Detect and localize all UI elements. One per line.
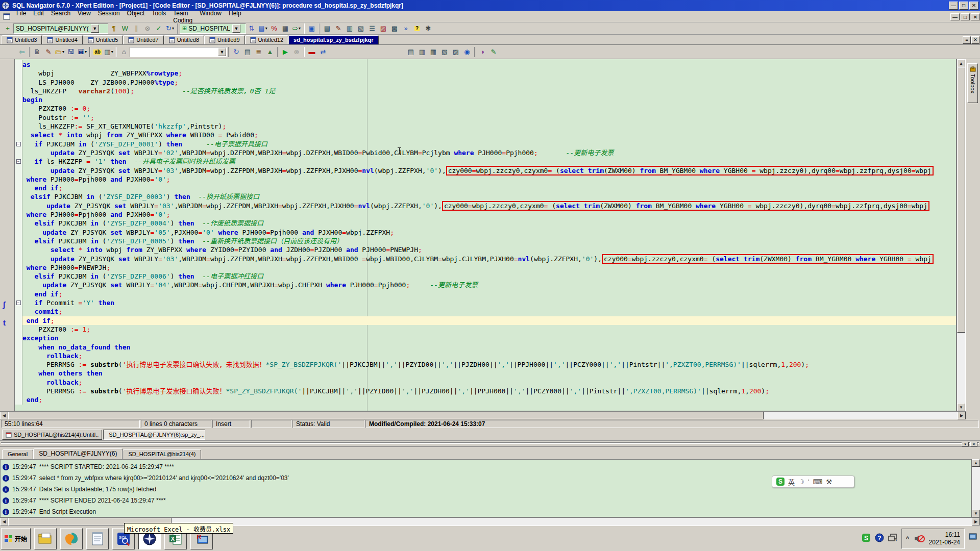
volume-muted-icon[interactable] <box>914 534 925 544</box>
dropdown-caret-icon[interactable]: ▾ <box>62 49 64 54</box>
output-scroll-left-icon[interactable]: ◀ <box>0 518 8 525</box>
code-line[interactable]: − if PJKCJBM in ('ZYSF_DZFP_0001') then … <box>15 140 956 148</box>
sogou-tray-icon[interactable]: S <box>862 533 871 544</box>
code-line[interactable]: update ZY_PJSYQK set WBPJLY='02',WBPJDM=… <box>15 148 956 157</box>
code-line[interactable]: when others then <box>15 369 956 378</box>
code-line[interactable]: end if; <box>15 184 956 192</box>
help-icon[interactable]: ? <box>411 23 423 34</box>
ime-punctuation-icon[interactable]: ’ <box>808 478 810 486</box>
output-viewer-icon[interactable]: ▩ <box>389 23 400 34</box>
file-explorer-button[interactable] <box>34 528 57 549</box>
ime-toolbox-icon[interactable]: ⚒ <box>826 478 832 486</box>
doc-tab-untitled5[interactable]: Untitled5 <box>83 35 123 44</box>
image-viewer-icon[interactable]: ▣ <box>306 23 317 34</box>
code-line[interactable]: PERRMSG := substrb('执行博思电子发票接口确认失败，未找到数据… <box>15 360 956 369</box>
code-line[interactable]: wbpj ZY_WBFPXX%rowtype; <box>15 69 956 78</box>
code-line[interactable]: update ZY_PJSYQK set WBPJLY='05',PJXH00=… <box>15 228 956 237</box>
doc-tab-untitled8[interactable]: Untitled8 <box>164 35 204 44</box>
format-code-icon[interactable]: ✎ <box>488 47 499 57</box>
code-line[interactable]: elsif PJKCJBM in ('ZYSF_DZFP_0004') then… <box>15 219 956 228</box>
message-window-icon[interactable]: ▥ <box>416 47 428 57</box>
taskbar-clock[interactable]: 16:11 2021-06-24 <box>929 531 960 546</box>
code-line[interactable]: PERRMSG := substrb('执行博思电子发票接口确认失败！*SP_Z… <box>15 387 956 395</box>
editor-search-combobox[interactable]: ▼ <box>130 47 227 57</box>
doc-tab-untitled9[interactable]: Untitled9 <box>204 35 244 44</box>
doc-tab-untitled4[interactable]: Untitled4 <box>42 35 82 44</box>
code-line[interactable]: begin <box>15 95 956 104</box>
output-tab-2[interactable]: SD_HOSPITAL@his214(4) <box>122 449 201 459</box>
task-runner-icon[interactable]: » <box>400 23 411 34</box>
refresh-icon[interactable]: ↻ <box>231 47 242 57</box>
compile-icon[interactable]: ≣ <box>253 47 264 57</box>
fold-collapse-icon[interactable]: − <box>16 159 21 164</box>
sql-monitor-icon[interactable]: ☰ <box>366 23 378 34</box>
session-trace-icon[interactable]: ¶ <box>108 23 119 34</box>
code-line[interactable]: as <box>15 60 956 69</box>
code-line[interactable]: where PJH000=Ppjh000 and PJXH00='0'; <box>15 210 956 219</box>
output-vertical-scrollbar[interactable]: ▲ ▼ <box>971 459 980 517</box>
output-tab-1[interactable]: SD_HOSPITAL@FJLNYY(6) <box>33 448 122 460</box>
ime-english-mode[interactable]: 英 <box>788 477 795 487</box>
mdi-restore-button[interactable]: □ <box>961 13 970 20</box>
dropdown-caret-icon[interactable]: ▾ <box>111 49 113 54</box>
notepad-button[interactable] <box>86 528 109 549</box>
margin-marker-icon[interactable]: ∫ <box>3 300 5 309</box>
code-line[interactable]: − if Pcommit ='Y' then <box>15 298 956 307</box>
execute-icon[interactable]: ▶ <box>280 47 291 57</box>
show-desktop-button[interactable] <box>969 530 977 548</box>
split-view-icon[interactable]: ▥▾ <box>103 47 114 57</box>
dropdown-caret-icon[interactable]: ▾ <box>172 26 174 31</box>
fold-collapse-icon[interactable]: − <box>16 142 21 146</box>
code-line[interactable]: end if; <box>15 290 956 298</box>
session-combobox[interactable]: SD_HOSPITAL@FJLNYY( ▼ <box>13 23 108 34</box>
save-as-icon[interactable]: 🖬▾ <box>77 47 88 57</box>
minimize-button[interactable]: — <box>949 2 958 10</box>
tray-chevron-icon[interactable]: ^ <box>906 535 910 542</box>
sort-objects-icon[interactable]: ⇅ <box>246 23 257 34</box>
doc-tab-active[interactable]: sd_hospital.sp_zy_bsdzfpjkqr <box>288 35 378 44</box>
dropdown-caret-icon[interactable]: ▾ <box>265 26 267 31</box>
code-line[interactable]: update ZY_PJSYQK set WBPJLY='04',WBPJDM=… <box>15 281 956 289</box>
ime-fullwidth-icon[interactable]: ☽ <box>798 478 804 486</box>
describe-icon[interactable]: ▤ <box>242 47 253 57</box>
tab-strip-list-icon[interactable]: ≡ <box>963 36 971 44</box>
code-line[interactable]: update ZY_PJSYQK set WBPJLY='03',WBPJDM=… <box>15 166 956 175</box>
code-template-icon[interactable]: ⌂ <box>118 47 130 57</box>
tuning-icon[interactable]: ⇄ <box>317 47 329 57</box>
code-line[interactable]: rollback; <box>15 378 956 387</box>
explain-plan-icon[interactable]: ▦ <box>428 47 439 57</box>
scroll-down-icon[interactable]: ▼ <box>957 403 965 411</box>
code-line[interactable]: elsif PJKCJBM in ('ZYSF_DZFP_0006') then… <box>15 272 956 281</box>
schema-browser-icon[interactable]: ▧ <box>355 23 366 34</box>
sql-percent-icon[interactable]: % <box>268 23 280 34</box>
result-window-icon[interactable]: ▤ <box>405 47 416 57</box>
run-range-icon[interactable]: ▲ <box>264 47 276 57</box>
pause-icon[interactable]: ∥ <box>131 23 142 34</box>
breakpoint-icon[interactable]: ▬ <box>306 47 317 57</box>
mdi-window-button[interactable]: SD_HOSPITAL@FJLNYY(6):sp_zy_... <box>103 430 205 440</box>
code-line[interactable]: LS_PJH000 ZY_JZB000.PJH000%type; <box>15 78 956 87</box>
code-line[interactable]: when no_data_found then <box>15 343 956 352</box>
data-rows-icon[interactable]: ▤▾ <box>257 23 268 34</box>
dbms-output-icon[interactable]: ▧ <box>439 47 450 57</box>
code-line[interactable]: rollback; <box>15 352 956 360</box>
project-manager-icon[interactable]: ▤ <box>322 23 333 34</box>
verify-icon[interactable]: ✓ <box>153 23 164 34</box>
doc-tab-untitled12[interactable]: Untitled12 <box>245 35 289 44</box>
code-line[interactable]: commit; <box>15 307 956 316</box>
find-highlight-icon[interactable]: ab <box>92 47 103 57</box>
editor-horizontal-scrollbar[interactable]: ◀ ▶ <box>0 411 966 419</box>
mdi-window-button[interactable]: SD_HOSPITAL@his214(4):Untitl.. <box>2 430 102 440</box>
panel-splitter[interactable]: ▾ ✕ <box>0 441 980 447</box>
code-line[interactable]: update ZY_PJSYQK set WBPJLY='03',WBPJDM=… <box>15 202 956 210</box>
code-line[interactable]: update ZY_PJSYQK set WBPJLY='03',WBPJDM=… <box>15 255 956 263</box>
scroll-up-icon[interactable]: ▲ <box>957 59 965 67</box>
profiler-icon[interactable]: ◑ <box>477 47 488 57</box>
code-area[interactable]: as wbpj ZY_WBFPXX%rowtype; LS_PJH000 ZY_… <box>14 59 957 411</box>
output-scroll-up-icon[interactable]: ▲ <box>972 459 980 467</box>
code-line[interactable]: where PJH000=PNEWPJH; <box>15 263 956 272</box>
dropdown-caret-icon[interactable]: ▾ <box>85 49 87 54</box>
help-tray-icon[interactable]: ? <box>875 533 884 544</box>
s-swirl-app-button[interactable] <box>60 528 83 549</box>
maximize-button[interactable]: □ <box>959 2 968 10</box>
